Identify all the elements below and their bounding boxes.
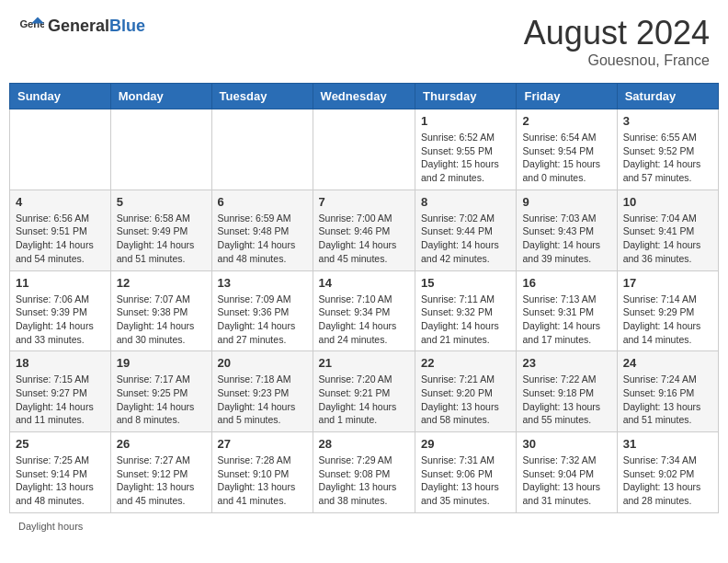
- table-row: 22Sunrise: 7:21 AM Sunset: 9:20 PM Dayli…: [415, 351, 517, 432]
- table-row: 28Sunrise: 7:29 AM Sunset: 9:08 PM Dayli…: [313, 432, 415, 513]
- day-info: Sunrise: 7:31 AM Sunset: 9:06 PM Dayligh…: [421, 454, 510, 508]
- day-number: 19: [117, 356, 206, 370]
- col-sunday: Sunday: [10, 84, 111, 109]
- day-number: 9: [522, 195, 610, 209]
- table-row: [10, 109, 111, 190]
- logo-general: General: [48, 17, 109, 36]
- table-row: 4Sunrise: 6:56 AM Sunset: 9:51 PM Daylig…: [10, 190, 111, 270]
- location-subtitle: Gouesnou, France: [524, 52, 710, 69]
- day-number: 8: [421, 195, 510, 209]
- daylight-label: Daylight hours: [18, 521, 83, 532]
- day-number: 14: [319, 276, 409, 290]
- day-info: Sunrise: 7:25 AM Sunset: 9:14 PM Dayligh…: [16, 454, 105, 508]
- table-row: 21Sunrise: 7:20 AM Sunset: 9:21 PM Dayli…: [313, 351, 415, 432]
- table-row: 15Sunrise: 7:11 AM Sunset: 9:32 PM Dayli…: [415, 270, 517, 351]
- day-number: 10: [623, 195, 712, 209]
- day-number: 27: [218, 437, 307, 451]
- day-number: 18: [16, 356, 105, 370]
- day-number: 17: [623, 276, 712, 290]
- day-number: 3: [623, 114, 712, 128]
- day-info: Sunrise: 7:07 AM Sunset: 9:38 PM Dayligh…: [117, 293, 206, 347]
- day-info: Sunrise: 7:17 AM Sunset: 9:25 PM Dayligh…: [117, 373, 206, 427]
- day-info: Sunrise: 6:59 AM Sunset: 9:48 PM Dayligh…: [218, 212, 307, 266]
- table-row: 31Sunrise: 7:34 AM Sunset: 9:02 PM Dayli…: [617, 432, 718, 513]
- col-thursday: Thursday: [415, 84, 517, 109]
- table-row: 14Sunrise: 7:10 AM Sunset: 9:34 PM Dayli…: [313, 270, 415, 351]
- day-info: Sunrise: 7:13 AM Sunset: 9:31 PM Dayligh…: [522, 293, 610, 347]
- table-row: 10Sunrise: 7:04 AM Sunset: 9:41 PM Dayli…: [617, 190, 718, 270]
- day-number: 4: [16, 195, 105, 209]
- day-number: 16: [522, 276, 610, 290]
- day-info: Sunrise: 6:54 AM Sunset: 9:54 PM Dayligh…: [522, 131, 610, 185]
- day-number: 5: [117, 195, 206, 209]
- table-row: 6Sunrise: 6:59 AM Sunset: 9:48 PM Daylig…: [211, 190, 313, 270]
- col-saturday: Saturday: [617, 84, 718, 109]
- day-number: 30: [522, 437, 610, 451]
- day-info: Sunrise: 7:34 AM Sunset: 9:02 PM Dayligh…: [623, 454, 712, 508]
- day-info: Sunrise: 7:22 AM Sunset: 9:18 PM Dayligh…: [522, 373, 610, 427]
- table-row: 12Sunrise: 7:07 AM Sunset: 9:38 PM Dayli…: [110, 270, 211, 351]
- day-info: Sunrise: 7:09 AM Sunset: 9:36 PM Dayligh…: [218, 293, 307, 347]
- table-row: 29Sunrise: 7:31 AM Sunset: 9:06 PM Dayli…: [415, 432, 517, 513]
- day-info: Sunrise: 7:20 AM Sunset: 9:21 PM Dayligh…: [319, 373, 409, 427]
- day-number: 25: [16, 437, 105, 451]
- day-info: Sunrise: 7:11 AM Sunset: 9:32 PM Dayligh…: [421, 293, 510, 347]
- day-info: Sunrise: 6:56 AM Sunset: 9:51 PM Dayligh…: [16, 212, 105, 266]
- table-row: 5Sunrise: 6:58 AM Sunset: 9:49 PM Daylig…: [110, 190, 211, 270]
- day-number: 12: [117, 276, 206, 290]
- day-info: Sunrise: 7:06 AM Sunset: 9:39 PM Dayligh…: [16, 293, 105, 347]
- day-info: Sunrise: 7:28 AM Sunset: 9:10 PM Dayligh…: [218, 454, 307, 508]
- day-info: Sunrise: 7:27 AM Sunset: 9:12 PM Dayligh…: [117, 454, 206, 508]
- day-number: 26: [117, 437, 206, 451]
- table-row: [211, 109, 313, 190]
- logo: General GeneralBlue: [18, 14, 145, 40]
- day-number: 1: [421, 114, 510, 128]
- day-number: 22: [421, 356, 510, 370]
- table-row: 8Sunrise: 7:02 AM Sunset: 9:44 PM Daylig…: [415, 190, 517, 270]
- day-info: Sunrise: 7:18 AM Sunset: 9:23 PM Dayligh…: [218, 373, 307, 427]
- day-number: 28: [319, 437, 409, 451]
- table-row: 11Sunrise: 7:06 AM Sunset: 9:39 PM Dayli…: [10, 270, 111, 351]
- day-info: Sunrise: 7:02 AM Sunset: 9:44 PM Dayligh…: [421, 212, 510, 266]
- table-row: 24Sunrise: 7:24 AM Sunset: 9:16 PM Dayli…: [617, 351, 718, 432]
- day-number: 15: [421, 276, 510, 290]
- calendar-week-row: 18Sunrise: 7:15 AM Sunset: 9:27 PM Dayli…: [10, 351, 719, 432]
- col-wednesday: Wednesday: [313, 84, 415, 109]
- day-number: 21: [319, 356, 409, 370]
- col-friday: Friday: [517, 84, 617, 109]
- day-number: 11: [16, 276, 105, 290]
- day-number: 13: [218, 276, 307, 290]
- day-number: 24: [623, 356, 712, 370]
- day-number: 31: [623, 437, 712, 451]
- table-row: 7Sunrise: 7:00 AM Sunset: 9:46 PM Daylig…: [313, 190, 415, 270]
- month-year-title: August 2024: [524, 14, 710, 52]
- table-row: 3Sunrise: 6:55 AM Sunset: 9:52 PM Daylig…: [617, 109, 718, 190]
- logo-icon: General: [18, 14, 44, 40]
- table-row: 16Sunrise: 7:13 AM Sunset: 9:31 PM Dayli…: [517, 270, 617, 351]
- day-info: Sunrise: 7:00 AM Sunset: 9:46 PM Dayligh…: [319, 212, 409, 266]
- day-info: Sunrise: 7:14 AM Sunset: 9:29 PM Dayligh…: [623, 293, 712, 347]
- table-row: 2Sunrise: 6:54 AM Sunset: 9:54 PM Daylig…: [517, 109, 617, 190]
- title-area: August 2024 Gouesnou, France: [524, 14, 710, 69]
- day-info: Sunrise: 7:32 AM Sunset: 9:04 PM Dayligh…: [522, 454, 610, 508]
- day-info: Sunrise: 7:10 AM Sunset: 9:34 PM Dayligh…: [319, 293, 409, 347]
- day-info: Sunrise: 6:52 AM Sunset: 9:55 PM Dayligh…: [421, 131, 510, 185]
- col-tuesday: Tuesday: [211, 84, 313, 109]
- day-number: 7: [319, 195, 409, 209]
- day-number: 20: [218, 356, 307, 370]
- calendar-table: Sunday Monday Tuesday Wednesday Thursday…: [9, 83, 719, 513]
- table-row: 30Sunrise: 7:32 AM Sunset: 9:04 PM Dayli…: [517, 432, 617, 513]
- day-number: 2: [522, 114, 610, 128]
- table-row: [313, 109, 415, 190]
- page-header: General GeneralBlue August 2024 Gouesnou…: [9, 9, 719, 74]
- day-info: Sunrise: 7:15 AM Sunset: 9:27 PM Dayligh…: [16, 373, 105, 427]
- table-row: 27Sunrise: 7:28 AM Sunset: 9:10 PM Dayli…: [211, 432, 313, 513]
- table-row: 23Sunrise: 7:22 AM Sunset: 9:18 PM Dayli…: [517, 351, 617, 432]
- day-info: Sunrise: 7:29 AM Sunset: 9:08 PM Dayligh…: [319, 454, 409, 508]
- col-monday: Monday: [110, 84, 211, 109]
- table-row: 20Sunrise: 7:18 AM Sunset: 9:23 PM Dayli…: [211, 351, 313, 432]
- table-row: 26Sunrise: 7:27 AM Sunset: 9:12 PM Dayli…: [110, 432, 211, 513]
- calendar-week-row: 4Sunrise: 6:56 AM Sunset: 9:51 PM Daylig…: [10, 190, 719, 270]
- footer: Daylight hours: [9, 521, 719, 532]
- day-info: Sunrise: 7:03 AM Sunset: 9:43 PM Dayligh…: [522, 212, 610, 266]
